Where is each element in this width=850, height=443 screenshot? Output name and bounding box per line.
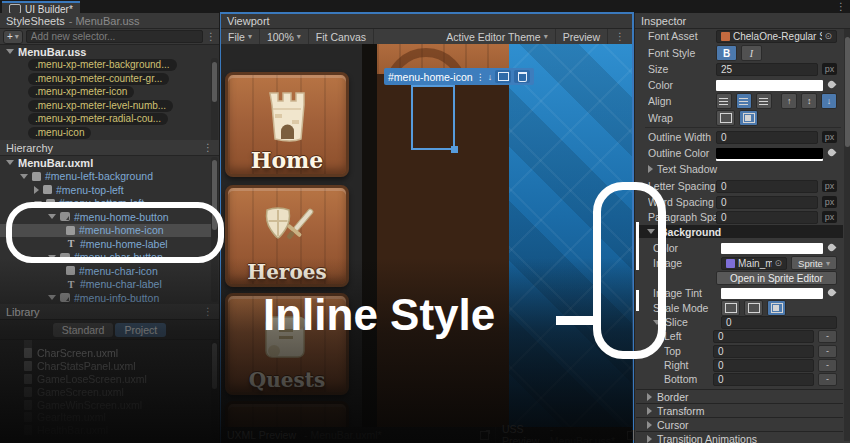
tab-project[interactable]: Project: [115, 323, 166, 337]
scale-stretch-button[interactable]: [721, 300, 740, 316]
outline-width-field[interactable]: 0: [716, 131, 818, 144]
eyedropper-icon[interactable]: [827, 80, 837, 90]
text-shadow-row[interactable]: Text Shadow: [648, 162, 837, 176]
wrap-off-button[interactable]: [739, 110, 758, 126]
hierarchy-item[interactable]: #menu-top-left: [0, 183, 219, 197]
eyedropper-icon[interactable]: [827, 288, 837, 298]
uss-selector[interactable]: .menu-icon: [0, 126, 219, 140]
unit-px[interactable]: px: [822, 196, 837, 208]
selection-resize-handle[interactable]: [451, 146, 458, 153]
image-tint-swatch[interactable]: [721, 288, 823, 299]
fit-canvas-button[interactable]: Fit Canvas: [309, 29, 374, 44]
selection-rectangle[interactable]: [411, 85, 455, 150]
scale-fit-button[interactable]: [744, 300, 763, 316]
tab-standard[interactable]: Standard: [53, 323, 114, 337]
slice-bottom-field[interactable]: 0: [713, 373, 814, 386]
unit-px[interactable]: px: [822, 180, 837, 192]
heroes-button-tile[interactable]: Heroes: [225, 185, 349, 287]
hierarchy-item[interactable]: #menu-left-background: [0, 170, 219, 184]
unit-px[interactable]: px: [822, 131, 837, 143]
background-section-header[interactable]: Background: [636, 225, 843, 238]
align-center-button[interactable]: [736, 93, 752, 109]
foldout-open-icon[interactable]: [48, 255, 56, 260]
foldout-open-icon[interactable]: [34, 201, 42, 206]
partial-button-tile[interactable]: [225, 401, 349, 427]
uss-selector[interactable]: .menu-xp-meter-background...: [0, 59, 219, 73]
hierarchy-item[interactable]: #menu-bottom-left: [0, 197, 219, 211]
scale-crop-button[interactable]: [767, 300, 786, 316]
hierarchy-root[interactable]: MenuBar.uxml: [0, 156, 219, 170]
foldout-closed-icon[interactable]: [34, 186, 39, 194]
theme-dropdown[interactable]: Active Editor Theme▾: [439, 29, 555, 44]
stylesheets-menu-icon[interactable]: ⋮: [206, 32, 216, 42]
open-sprite-editor-button[interactable]: Open in Sprite Editor: [716, 271, 837, 285]
transform-section[interactable]: Transform: [636, 403, 843, 417]
uxml-preview-header[interactable]: UXML Preview - MenuBar.uxml*: [221, 427, 496, 443]
foldout-open-icon[interactable]: [20, 174, 28, 179]
object-picker-icon[interactable]: ⊙: [774, 258, 782, 268]
align-left-button[interactable]: [716, 93, 732, 109]
foldout-open-icon[interactable]: [48, 295, 56, 300]
unit-dropdown[interactable]: -: [818, 373, 837, 386]
size-field[interactable]: 25: [716, 63, 818, 76]
library-item[interactable]: CharStatsPanel.uxml: [0, 360, 219, 373]
viewport-menu-icon[interactable]: ⋮: [608, 29, 632, 44]
hierarchy-item[interactable]: #menu-char-icon: [0, 264, 219, 278]
outline-color-swatch[interactable]: [716, 148, 823, 159]
eyedropper-icon[interactable]: [827, 243, 837, 253]
paragraph-spacing-field[interactable]: 0: [716, 211, 818, 224]
cursor-section[interactable]: Cursor: [636, 417, 843, 431]
uss-selector[interactable]: .menu-xp-meter-radial-cou...: [0, 113, 219, 127]
hierarchy-item-home-label[interactable]: T #menu-home-label: [0, 237, 219, 251]
letter-spacing-field[interactable]: 0: [716, 180, 818, 193]
delete-button[interactable]: [514, 70, 530, 83]
hierarchy-item-home-button[interactable]: #menu-home-button: [0, 210, 219, 224]
foldout-open-icon[interactable]: [48, 214, 56, 219]
slice-field[interactable]: 0: [721, 316, 837, 329]
hierarchy-item-home-icon-selected[interactable]: #menu-home-icon: [0, 224, 219, 238]
window-menu-icon[interactable]: ⋮: [836, 2, 846, 12]
selection-header[interactable]: #menu-home-icon ⋮ ↓: [384, 68, 534, 85]
foldout-open-icon[interactable]: [6, 49, 14, 54]
slice-right-field[interactable]: 0: [713, 359, 814, 372]
border-section[interactable]: Border: [636, 389, 843, 403]
hierarchy-item[interactable]: #menu-info-button: [0, 291, 219, 305]
add-selector-button[interactable]: +▾: [3, 30, 23, 44]
new-selector-input[interactable]: [26, 30, 203, 43]
foldout-open-icon[interactable]: [6, 160, 14, 165]
word-spacing-field[interactable]: 0: [716, 196, 818, 209]
hierarchy-scrollbar[interactable]: [211, 157, 218, 302]
slice-left-field[interactable]: 0: [713, 330, 814, 343]
uss-selector[interactable]: .menu-xp-meter-icon: [0, 86, 219, 100]
open-external-icon[interactable]: [627, 431, 634, 440]
library-item[interactable]: GameLoseScreen.uxml: [0, 373, 219, 386]
eyedropper-icon[interactable]: [827, 148, 837, 158]
library-item[interactable]: HealthBar.uxml: [0, 424, 219, 437]
object-picker-icon[interactable]: ⊙: [824, 31, 832, 41]
stylesheets-scrollbar[interactable]: [211, 58, 218, 152]
file-menu[interactable]: File▾: [221, 29, 260, 44]
unit-px[interactable]: px: [822, 63, 837, 75]
frame-button[interactable]: [495, 70, 511, 83]
library-item[interactable]: CharScreen.uxml: [0, 347, 219, 360]
library-menu-icon[interactable]: ⋮: [203, 307, 213, 317]
foldout-open-icon[interactable]: [647, 229, 655, 234]
foldout-open-icon[interactable]: [653, 320, 661, 325]
hierarchy-menu-icon[interactable]: ⋮: [203, 143, 213, 153]
hierarchy-item[interactable]: #menu-char-button: [0, 251, 219, 265]
align-bottom-button[interactable]: ↓: [821, 93, 837, 109]
library-item[interactable]: GearItem.uxml: [0, 411, 219, 424]
unit-dropdown[interactable]: -: [818, 330, 837, 343]
home-button-tile[interactable]: Home: [225, 72, 349, 177]
open-external-icon[interactable]: [480, 431, 489, 440]
zoom-dropdown[interactable]: 100%▾: [260, 29, 309, 44]
preview-toggle[interactable]: Preview: [556, 29, 608, 44]
unit-dropdown[interactable]: -: [818, 345, 837, 358]
unit-px[interactable]: px: [822, 211, 837, 223]
bold-button[interactable]: B: [716, 45, 737, 61]
library-item[interactable]: GameWinScreen.uxml: [0, 398, 219, 411]
align-right-button[interactable]: [756, 93, 772, 109]
canvas[interactable]: Home Heroes: [221, 44, 632, 427]
font-asset-field[interactable]: ChelaOne-Regular SDF T (F ⊙: [716, 30, 837, 43]
inspector-scrollbar[interactable]: [844, 29, 850, 441]
